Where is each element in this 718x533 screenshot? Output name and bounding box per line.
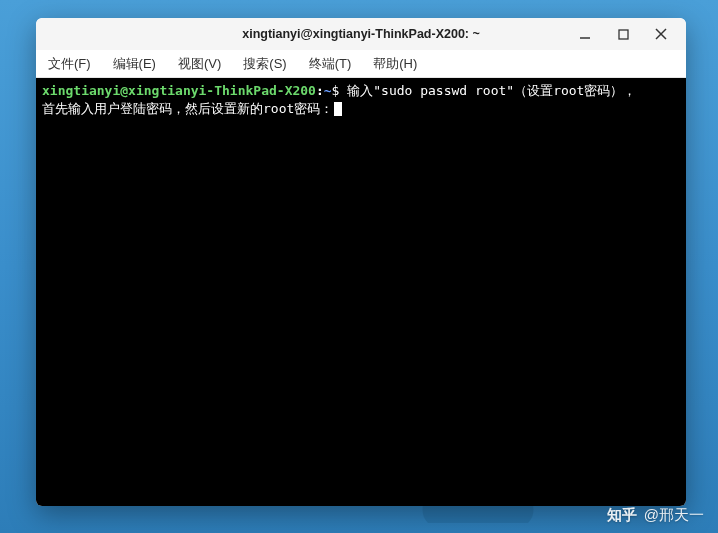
titlebar[interactable]: xingtianyi@xingtianyi-ThinkPad-X200: ~: [36, 18, 686, 50]
terminal-line-2: 首先输入用户登陆密码，然后设置新的root密码：: [42, 100, 680, 118]
watermark-author: @邢天一: [644, 506, 704, 525]
window-title: xingtianyi@xingtianyi-ThinkPad-X200: ~: [242, 27, 480, 41]
prompt-user: xingtianyi@xingtianyi-ThinkPad-X200: [42, 83, 316, 98]
terminal-cursor: [334, 102, 342, 116]
watermark: 知乎 @邢天一: [607, 506, 704, 525]
menubar: 文件(F) 编辑(E) 视图(V) 搜索(S) 终端(T) 帮助(H): [36, 50, 686, 78]
terminal-command-text: 输入"sudo passwd root"（设置root密码），: [339, 83, 636, 98]
menu-edit[interactable]: 编辑(E): [109, 53, 160, 75]
maximize-button[interactable]: [604, 20, 642, 48]
terminal-output-text: 首先输入用户登陆密码，然后设置新的root密码：: [42, 101, 333, 116]
minimize-button[interactable]: [566, 20, 604, 48]
terminal-line-1: xingtianyi@xingtianyi-ThinkPad-X200:~$ 输…: [42, 82, 680, 100]
menu-help[interactable]: 帮助(H): [369, 53, 421, 75]
prompt-colon: :: [316, 83, 324, 98]
terminal-area[interactable]: xingtianyi@xingtianyi-ThinkPad-X200:~$ 输…: [36, 78, 686, 506]
menu-search[interactable]: 搜索(S): [239, 53, 290, 75]
menu-view[interactable]: 视图(V): [174, 53, 225, 75]
window-controls: [566, 18, 680, 50]
close-button[interactable]: [642, 20, 680, 48]
svg-rect-1: [619, 30, 628, 39]
prompt-path: ~: [324, 83, 332, 98]
menu-file[interactable]: 文件(F): [44, 53, 95, 75]
terminal-window: xingtianyi@xingtianyi-ThinkPad-X200: ~ 文…: [36, 18, 686, 506]
zhihu-logo: 知乎: [607, 506, 638, 525]
menu-terminal[interactable]: 终端(T): [305, 53, 356, 75]
